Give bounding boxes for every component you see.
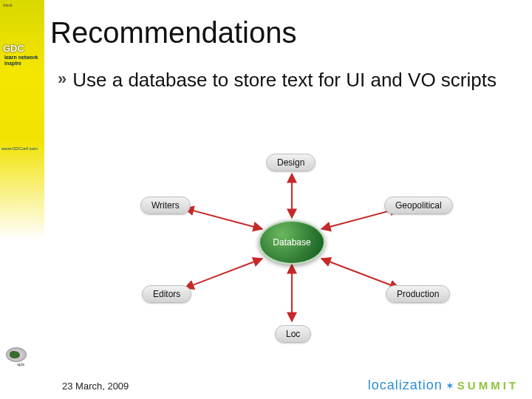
- node-writers: Writers: [140, 197, 191, 214]
- footer-date: 23 March, 2009: [62, 381, 129, 392]
- svg-line-4: [321, 259, 399, 288]
- igda-logo: igda: [6, 347, 35, 369]
- gdc-url: www.GDConf.com: [1, 146, 38, 151]
- diagram: Design Writers Geopolitical Database Edi…: [89, 140, 495, 362]
- node-geopolitical: Geopolitical: [384, 197, 453, 214]
- gdc-subtext: learn network inspire: [4, 55, 44, 66]
- bullet: » Use a database to store text for UI an…: [58, 68, 501, 92]
- footer-logo-summit: SUMMIT: [457, 379, 519, 392]
- node-loc: Loc: [275, 325, 311, 343]
- footer-logo: localization ✶ SUMMIT: [368, 378, 519, 393]
- bullet-text: Use a database to store text for UI and …: [72, 68, 497, 92]
- igda-text: igda: [6, 362, 35, 366]
- svg-line-3: [185, 259, 262, 288]
- globe-icon: [6, 347, 27, 362]
- node-production: Production: [386, 285, 450, 303]
- gdc-logo: GDC: [3, 43, 24, 54]
- node-database: Database: [259, 220, 325, 265]
- sidebar-tiny-text: think: [3, 3, 13, 7]
- chevron-icon: »: [58, 68, 66, 90]
- node-editors: Editors: [142, 285, 191, 303]
- node-design: Design: [266, 154, 316, 171]
- svg-line-1: [185, 208, 262, 229]
- star-icon: ✶: [446, 380, 454, 392]
- footer-logo-localization: localization: [368, 378, 443, 393]
- page-title: Recommendations: [50, 16, 297, 50]
- sidebar: think GDC learn network inspire www.GDCo…: [0, 0, 44, 399]
